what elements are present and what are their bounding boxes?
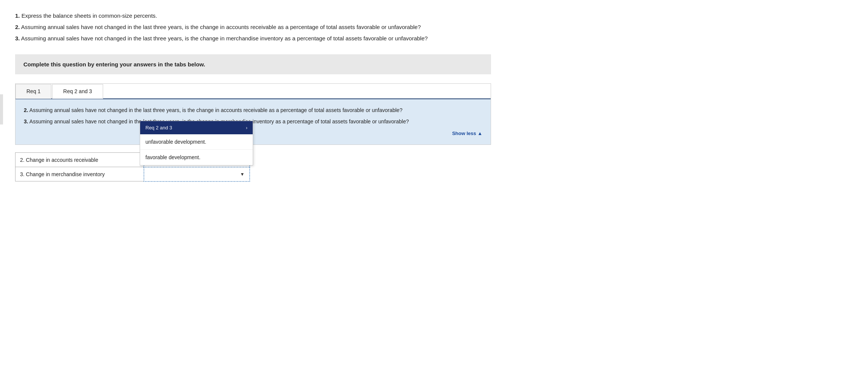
- tab-content-req2and3: 2. Assuming annual sales have not change…: [15, 99, 491, 144]
- dropdown-popup: Req 2 and 3 › unfavorable development. f…: [140, 121, 253, 166]
- show-less-button[interactable]: Show less ▲: [24, 130, 482, 138]
- answer-input-2[interactable]: [149, 171, 239, 178]
- complete-question-text: Complete this question by entering your …: [23, 61, 205, 68]
- dropdown-option-unfavorable[interactable]: unfavorable development.: [140, 134, 253, 150]
- popup-header: Req 2 and 3 ›: [140, 121, 253, 134]
- dropdown-option-favorable[interactable]: favorable development.: [140, 150, 253, 165]
- complete-question-box: Complete this question by entering your …: [15, 54, 491, 74]
- answer-row-input-cell-2: ▼: [144, 167, 250, 181]
- instruction-item-3: 3. Assuming annual sales have not change…: [15, 34, 491, 43]
- instructions-block: 1. Express the balance sheets in common-…: [15, 11, 491, 43]
- dropdown-arrow-icon[interactable]: ▼: [240, 172, 245, 177]
- tab-req1[interactable]: Req 1: [15, 84, 51, 99]
- answer-row-label-1: 2. Change in accounts receivable: [15, 153, 144, 167]
- answer-row-label-2: 3. Change in merchandise inventory: [15, 167, 144, 181]
- tab-content-item2: 2. Assuming annual sales have not change…: [24, 106, 482, 114]
- input-cell-2: ▼: [149, 171, 245, 178]
- popup-header-label: Req 2 and 3: [145, 125, 172, 131]
- tab-bar: Req 1 Req 2 and 3: [15, 84, 491, 99]
- tabs-container: Req 1 Req 2 and 3 2. Assuming annual sal…: [15, 83, 491, 145]
- instruction-item-1: 1. Express the balance sheets in common-…: [15, 11, 491, 20]
- tab-content-item3: 3. Assuming annual sales have not change…: [24, 117, 482, 126]
- instruction-item-2: 2. Assuming annual sales have not change…: [15, 23, 491, 32]
- table-row: 3. Change in merchandise inventory ▼: [15, 167, 250, 181]
- chevron-right-icon: ›: [246, 125, 247, 131]
- left-accent-bar: [0, 94, 3, 124]
- tab-req2and3[interactable]: Req 2 and 3: [52, 84, 103, 99]
